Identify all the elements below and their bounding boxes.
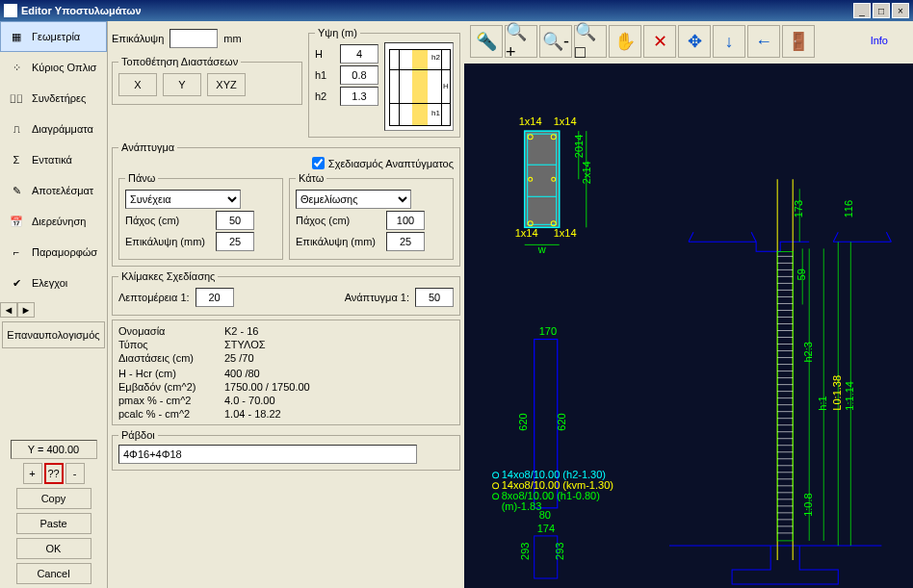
down-button[interactable]: ↓	[713, 25, 745, 58]
geometry-icon: ▦	[5, 25, 28, 48]
svg-point-27	[493, 483, 499, 489]
bot-cov-label: Επικάλυψη (mm)	[296, 236, 380, 247]
window-title: Editor Υποστυλωμάτων	[21, 5, 142, 16]
query-button[interactable]: ??	[44, 463, 64, 484]
sidebar-item-forces[interactable]: Σ Εντατικά	[0, 144, 107, 175]
close-button[interactable]: ×	[892, 3, 909, 18]
svg-text:(m)-1.83: (m)-1.83	[502, 500, 542, 512]
zoom-window-button[interactable]: 🔍□	[574, 25, 607, 58]
zoom-out-button[interactable]: 🔍-	[539, 25, 572, 58]
sidebar-item-deformations[interactable]: ⌐ Παραμορφώσ	[0, 237, 107, 268]
drawing-toolbar: 🔦 🔍+ 🔍- 🔍□ ✋ ✕ ✥ ↓ ← 🚪	[470, 25, 815, 58]
svg-text:1:0.8: 1:0.8	[802, 493, 814, 517]
sidebar-item-geometry[interactable]: ▦ Γεωμετρία	[0, 21, 107, 52]
copy-button[interactable]: Copy	[16, 488, 91, 509]
dev-scale-input[interactable]	[415, 288, 454, 307]
drawing-panel: 🔦 🔍+ 🔍- 🔍□ ✋ ✕ ✥ ↓ ← 🚪 Info	[464, 21, 913, 588]
h1-input[interactable]	[340, 65, 378, 85]
dim-y-button[interactable]: Y	[163, 73, 201, 96]
heights-group: Υψη (m) H h1 h2	[308, 27, 460, 138]
dev-bot-select[interactable]: Θεμελίωσης	[296, 190, 411, 209]
h2-input[interactable]	[340, 87, 378, 106]
info-link[interactable]: Info	[865, 33, 894, 48]
svg-text:174: 174	[537, 523, 555, 534]
dimension-placement-group: Τοποθέτηση Διαστάσεων X Y XYZ	[112, 56, 302, 105]
dim-x-button[interactable]: X	[118, 73, 157, 96]
draw-dev-label: Σχεδιασμός Αναπτύγματος	[328, 158, 454, 169]
info-table: ΟνομασίαK2 - 16 ΤύποςΣΤΥΛΟΣ Διαστάσεις (…	[112, 320, 460, 425]
plus-button[interactable]: +	[23, 463, 42, 484]
paste-button[interactable]: Paste	[16, 513, 91, 534]
detail-scale-input[interactable]	[196, 288, 234, 307]
sidebar-item-label: Παραμορφώσ	[32, 246, 97, 258]
svg-point-25	[493, 473, 499, 478]
svg-rect-0	[525, 131, 560, 227]
heights-legend: Υψη (m)	[315, 27, 360, 38]
delete-button[interactable]: ✕	[643, 25, 676, 58]
svg-text:1x14: 1x14	[554, 227, 577, 239]
ok-button[interactable]: OK	[16, 538, 91, 559]
rebar-icon: ⁘	[5, 56, 28, 79]
scroll-left-button[interactable]: ◄	[0, 302, 17, 318]
sidebar-item-checks[interactable]: ✔ Ελεγχοι	[0, 268, 107, 298]
redraw-button[interactable]: 🔦	[470, 25, 503, 58]
sidebar-item-investigation[interactable]: 📅 Διερεύνηση	[0, 206, 107, 237]
dev-top-group: Πάνω Συνέχεια Πάχος (cm) Επικάλυψη (mm)	[118, 172, 283, 260]
top-cov-label: Επικάλυψη (mm)	[125, 236, 210, 247]
dev-bot-legend: Κάτω	[296, 172, 326, 184]
svg-text:h:1: h:1	[817, 396, 828, 410]
H-input[interactable]	[340, 44, 378, 64]
zoom-in-button[interactable]: 🔍+	[505, 25, 537, 58]
svg-text:1x14: 1x14	[554, 115, 577, 127]
sidebar-item-mainrebar[interactable]: ⁘ Κύριος Οπλισ	[0, 52, 107, 83]
search-icon: 📅	[5, 210, 28, 233]
H-label: H	[315, 48, 334, 60]
deform-icon: ⌐	[5, 241, 28, 264]
recalculate-button[interactable]: Επαναυπολογισμός	[2, 321, 105, 348]
svg-text:293: 293	[519, 543, 531, 560]
pan-button[interactable]: ✋	[609, 25, 641, 58]
svg-text:170: 170	[539, 325, 557, 337]
minimize-button[interactable]: _	[853, 3, 871, 18]
move-button[interactable]: ✥	[678, 25, 711, 58]
svg-text:w: w	[537, 243, 546, 255]
top-thick-input[interactable]	[216, 211, 254, 230]
detail-scale-label: Λεπτομέρεια 1:	[118, 292, 190, 303]
scales-legend: Κλίμακες Σχεδίασης	[118, 270, 218, 282]
cad-canvas[interactable]: 2014 2x14 w 1x14 1x14 1x14 1x14 170 80 6…	[464, 64, 913, 588]
sidebar-item-label: Διαγράμματα	[32, 123, 93, 135]
bars-legend: Ράβδοι	[118, 429, 158, 441]
sidebar-item-diagrams[interactable]: ⎍ Διαγράμματα	[0, 114, 107, 144]
bars-input[interactable]	[118, 445, 417, 464]
export-button[interactable]: 🚪	[782, 25, 815, 58]
h1-label: h1	[315, 69, 334, 81]
bot-cov-input[interactable]	[386, 232, 425, 251]
svg-text:116: 116	[843, 200, 854, 217]
y-display: Y = 400.00	[11, 440, 97, 459]
sidebar-item-label: Αποτελέσματ	[32, 185, 93, 196]
sidebar-item-label: Συνδετήρες	[32, 92, 86, 104]
sidebar-item-label: Κύριος Οπλισ	[32, 62, 96, 73]
svg-text:1x14: 1x14	[519, 115, 542, 127]
cover-label: Επικάλυψη	[112, 33, 164, 44]
dev-top-select[interactable]: Συνέχεια	[125, 190, 241, 209]
sidebar-item-results[interactable]: ✎ Αποτελέσματ	[0, 175, 107, 206]
svg-text:173: 173	[793, 200, 804, 217]
draw-dev-checkbox[interactable]	[312, 157, 325, 169]
dim-xyz-button[interactable]: XYZ	[207, 73, 246, 96]
maximize-button[interactable]: □	[873, 3, 890, 18]
sidebar-item-stirrups[interactable]: ⌷⌷ Συνδετήρες	[0, 83, 107, 114]
dev-top-legend: Πάνω	[125, 172, 158, 184]
minus-button[interactable]: -	[65, 463, 85, 484]
app-icon	[4, 4, 17, 17]
form-panel: Επικάλυψη mm Τοποθέτηση Διαστάσεων X Y X…	[108, 21, 464, 588]
top-cov-input[interactable]	[216, 232, 254, 251]
svg-text:59: 59	[796, 268, 807, 280]
cancel-button[interactable]: Cancel	[16, 563, 91, 584]
back-button[interactable]: ←	[747, 25, 780, 58]
scroll-right-button[interactable]: ►	[17, 302, 35, 318]
bot-thick-input[interactable]	[386, 211, 425, 230]
check-icon: ✔	[5, 271, 28, 294]
cover-input[interactable]	[170, 29, 218, 48]
dev-bottom-group: Κάτω Θεμελίωσης Πάχος (cm) Επικάλυψη (mm…	[289, 172, 454, 260]
